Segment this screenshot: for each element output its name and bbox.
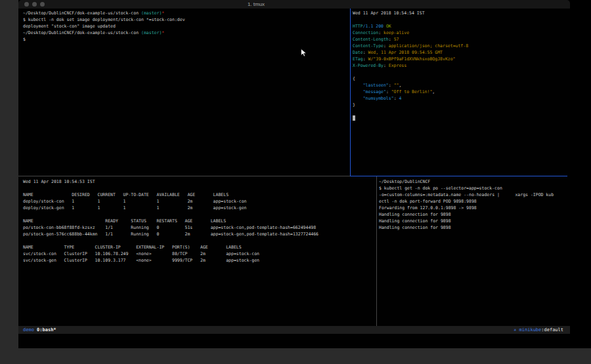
terminal-line: Forwarding from 127.0.0.1:9898 -> 9898 [379,205,567,211]
tmux-pane-bottom-right[interactable]: ~/Desktop/DublinCNCF$ kubectl get -n dok… [379,178,567,324]
screen: { "window": { "title": "1. tmux" }, "col… [0,0,591,364]
terminal-line: ~/Desktop/DublinCNCF [379,178,567,185]
terminal-line: NAME READY STATUS RESTARTS AGE LABELS [23,218,371,224]
kube-context-indicator: ✳ minikube:default [514,326,563,334]
terminal-line: Connection: keep-alive [353,30,566,36]
terminal-line [23,211,371,218]
terminal-line: Handling connection for 9898 [379,218,567,224]
traffic-lights [24,2,45,7]
terminal-line: "message": "Off to Berlin!", [353,89,566,95]
tmux-status-bar: demo 0:bash* ✳ minikube:default [18,326,570,334]
terminal-line: } [353,102,566,108]
pane-divider-vertical-bottom[interactable] [376,176,377,326]
terminal-line: -o=custom-columns=:metadata.name --no-he… [379,192,567,198]
desktop-background-left [0,0,18,348]
close-button[interactable] [24,2,29,7]
terminal-line: $ [23,36,345,43]
terminal-line: Content-Type: application/json; charset=… [353,43,566,49]
terminal-line: po/stock-gen-576cc688bb-44kmn 1/1 Runnin… [23,231,371,237]
window-titlebar[interactable]: 1. tmux [18,0,570,9]
zoom-button[interactable] [40,2,45,7]
terminal-line: X-Powered-By: Express [353,62,566,69]
terminal-line: Handling connection for 9898 [379,211,567,218]
terminal-line: ETag: W/"39-0xBPf9aF1dXVNkhsxoBQgJ8vKzo" [353,56,566,62]
tmux-pane-top-left[interactable]: ~/Desktop/DublinCNCF/dok-example-us/stoc… [23,10,345,167]
desktop-background-bottom [0,348,591,364]
terminal-line: NAME DESIRED CURRENT UP-TO-DATE AVAILABL… [23,192,371,198]
terminal-line: po/stock-con-bb68f88fd-kzsxz 1/1 Running… [23,224,371,231]
terminal-line [23,237,371,244]
terminal-line [353,115,566,121]
terminal-line: ~/Desktop/DublinCNCF/dok-example-us/stoc… [23,30,345,36]
terminal-line: deploy/stock-gen 1 1 1 1 2m app=stock-ge… [23,205,371,211]
pane-divider-horizontal-right[interactable] [350,176,567,176]
tmux-pane-top-right[interactable]: Wed 11 Apr 2018 10:54:54 ISTHTTP/1.1 200… [353,10,566,167]
terminal-line [23,185,371,192]
mouse-pointer-icon [301,49,307,57]
terminal-window: 1. tmux ~/Desktop/DublinCNCF/dok-example… [18,0,570,348]
pane-divider-horizontal-left[interactable] [18,176,350,176]
terminal-line: svc/stock-con ClusterIP 10.106.78.249 <n… [23,251,371,257]
terminal-line: $ kubectl get -n dok po --selector=app=s… [379,185,567,192]
terminal-line: svc/stock-gen ClusterIP 10.109.3.177 <no… [23,257,371,264]
terminal-line: Wed 11 Apr 2018 10:54:53 IST [23,178,371,185]
terminal-line: $ kubectl -n dok set image deployment/st… [23,16,345,23]
terminal-line: { [353,75,566,82]
terminal-line: NAME TYPE CLUSTER-IP EXTERNAL-IP PORT(S)… [23,244,371,251]
terminal-line: Handling connection for 9898 [379,224,567,231]
terminal-line [353,108,566,115]
minimize-button[interactable] [32,2,37,7]
terminal-line: ectl -n dok port-forward POD 9898:9898 [379,198,567,205]
terminal-line: deploy/stock-con 1 1 1 1 2m app=stock-co… [23,198,371,205]
terminal-line: "numsymbols": 4 [353,95,566,102]
terminal-line: Date: Wed, 11 Apr 2018 09:54:55 GMT [353,49,566,56]
terminal-line: "lastseen": "", [353,82,566,89]
terminal-line [353,16,566,23]
terminal-line: HTTP/1.1 200 OK [353,23,566,30]
terminal-line: demo 0:bash* [23,326,56,334]
terminal-line [353,69,566,75]
terminal-line: Content-Length: 57 [353,36,566,43]
window-title: 1. tmux [248,0,265,9]
terminal-line: ✳ minikube:default [514,326,563,334]
terminal-line: deployment "stock-con" image updated [23,23,345,30]
tmux-session-and-window[interactable]: demo 0:bash* [23,326,56,334]
terminal-line: ~/Desktop/DublinCNCF/dok-example-us/stoc… [23,10,345,16]
terminal-line: Wed 11 Apr 2018 10:54:54 IST [353,10,566,16]
pane-divider-vertical-top[interactable] [350,9,351,176]
tmux-pane-bottom-left[interactable]: Wed 11 Apr 2018 10:54:53 ISTNAME DESIRED… [23,178,371,324]
